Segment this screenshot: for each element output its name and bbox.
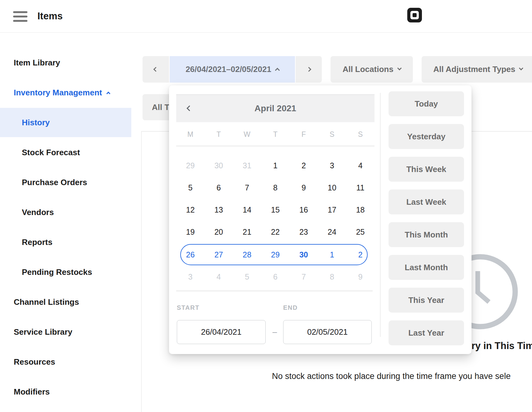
calendar-day[interactable]: 30 bbox=[205, 159, 233, 172]
square-logo-icon bbox=[407, 8, 422, 22]
chevron-down-icon bbox=[397, 66, 402, 70]
calendar-day[interactable]: 19 bbox=[176, 226, 205, 238]
calendar-week-row: 3456789 bbox=[176, 271, 375, 283]
calendar-day[interactable]: 10 bbox=[318, 181, 346, 194]
sidebar-item-resources[interactable]: Resources bbox=[0, 347, 131, 376]
sidebar-item-reports[interactable]: Reports bbox=[0, 228, 131, 257]
sidebar-item-purchase-orders[interactable]: Purchase Orders bbox=[0, 168, 131, 197]
date-range-button[interactable]: 26/04/2021–02/05/2021 bbox=[170, 56, 295, 83]
sidebar-item-pending-restocks[interactable]: Pending Restocks bbox=[0, 257, 131, 287]
weekday-header-row: MTWTFSS bbox=[176, 128, 375, 141]
sidebar-item-label: Stock Forecast bbox=[22, 148, 80, 157]
calendar-day[interactable]: 13 bbox=[205, 204, 233, 216]
page-title: Items bbox=[37, 0, 63, 33]
preset-this-week-button[interactable]: This Week bbox=[389, 157, 464, 182]
hamburger-menu-icon[interactable] bbox=[13, 11, 27, 22]
weekday-label: F bbox=[289, 128, 318, 141]
preset-this-month-button[interactable]: This Month bbox=[389, 222, 464, 247]
month-title: April 2021 bbox=[176, 94, 375, 122]
weekday-label: T bbox=[261, 128, 290, 141]
sidebar-item-label: Item Library bbox=[14, 58, 60, 68]
sidebar-item-label: Inventory Management bbox=[14, 88, 102, 98]
sidebar-item-channel-listings[interactable]: Channel Listings bbox=[0, 287, 131, 317]
calendar-day[interactable]: 29 bbox=[176, 159, 205, 172]
calendar-day[interactable]: 15 bbox=[261, 204, 290, 216]
end-field-label: END bbox=[283, 304, 298, 311]
sidebar-item-inventory-management[interactable]: Inventory Management bbox=[0, 78, 131, 107]
calendar-day[interactable]: 14 bbox=[233, 204, 261, 216]
sidebar-item-modifiers[interactable]: Modifiers bbox=[0, 377, 131, 406]
calendar-day[interactable]: 2 bbox=[289, 159, 318, 172]
calendar-week-row: 19202122232425 bbox=[176, 226, 375, 238]
sidebar-item-label: Channel Listings bbox=[14, 297, 79, 307]
adjustment-types-filter-button[interactable]: All Adjustment Types bbox=[422, 56, 532, 83]
adjustment-types-filter-label: All Adjustment Types bbox=[433, 65, 515, 74]
calendar-day[interactable]: 12 bbox=[176, 204, 205, 216]
start-date-input[interactable] bbox=[177, 320, 266, 344]
sidebar-item-stock-forecast[interactable]: Stock Forecast bbox=[0, 138, 131, 167]
preset-label: This Year bbox=[408, 295, 444, 305]
preset-last-week-button[interactable]: Last Week bbox=[389, 189, 464, 214]
calendar-day[interactable]: 8 bbox=[318, 271, 346, 283]
preset-label: Yesterday bbox=[407, 132, 446, 141]
calendar-day[interactable]: 6 bbox=[261, 271, 290, 283]
chevron-left-icon bbox=[153, 67, 158, 72]
calendar-day[interactable]: 18 bbox=[346, 204, 375, 216]
calendar-day[interactable]: 7 bbox=[233, 181, 261, 194]
sidebar-item-label: Purchase Orders bbox=[22, 178, 87, 187]
calendar-day[interactable]: 3 bbox=[176, 271, 205, 283]
calendar-day[interactable]: 20 bbox=[205, 226, 233, 238]
calendar-day[interactable]: 22 bbox=[261, 226, 290, 238]
sidebar-divider bbox=[141, 131, 142, 412]
calendar-day[interactable]: 5 bbox=[176, 181, 205, 194]
sidebar-item-item-library[interactable]: Item Library bbox=[0, 48, 131, 77]
calendar-day[interactable]: 1 bbox=[261, 159, 290, 172]
calendar-day[interactable]: 11 bbox=[346, 181, 375, 194]
preset-label: This Week bbox=[406, 165, 446, 174]
calendar-day[interactable]: 17 bbox=[318, 204, 346, 216]
calendar-day[interactable]: 9 bbox=[289, 181, 318, 194]
sidebar-item-label: Reports bbox=[22, 237, 52, 247]
previous-period-button[interactable] bbox=[143, 56, 169, 83]
date-range-segmented-control: 26/04/2021–02/05/2021 bbox=[143, 56, 322, 83]
locations-filter-button[interactable]: All Locations bbox=[331, 56, 413, 83]
preset-label: Today bbox=[415, 99, 438, 109]
calendar-day[interactable]: 4 bbox=[346, 159, 375, 172]
end-date-input[interactable] bbox=[283, 320, 372, 344]
sidebar-item-history[interactable]: History bbox=[0, 108, 131, 137]
preset-label: Last Month bbox=[405, 263, 448, 272]
preset-label: This Month bbox=[405, 230, 448, 240]
locations-filter-label: All Locations bbox=[342, 65, 393, 74]
calendar-day[interactable]: 21 bbox=[233, 226, 261, 238]
sidebar-item-label: Pending Restocks bbox=[22, 267, 92, 277]
calendar-day[interactable]: 24 bbox=[318, 226, 346, 238]
calendar-day[interactable]: 7 bbox=[289, 271, 318, 283]
calendar-day[interactable]: 16 bbox=[289, 204, 318, 216]
sidebar-item-vendors[interactable]: Vendors bbox=[0, 198, 131, 227]
calendar-day[interactable]: 25 bbox=[346, 226, 375, 238]
popover-vertical-divider bbox=[380, 93, 380, 337]
calendar-day[interactable]: 8 bbox=[261, 181, 290, 194]
calendar-day[interactable]: 4 bbox=[205, 271, 233, 283]
calendar-day[interactable]: 6 bbox=[205, 181, 233, 194]
calendar-day[interactable]: 23 bbox=[289, 226, 318, 238]
sidebar-item-label: History bbox=[22, 118, 50, 127]
calendar-day[interactable]: 5 bbox=[233, 271, 261, 283]
empty-state-message-fragment: No stock actions took place during the t… bbox=[272, 371, 510, 381]
range-dash: – bbox=[270, 320, 279, 344]
preset-yesterday-button[interactable]: Yesterday bbox=[389, 124, 464, 149]
calendar-day[interactable]: 9 bbox=[346, 271, 375, 283]
sidebar-item-service-library[interactable]: Service Library bbox=[0, 317, 131, 347]
preset-this-year-button[interactable]: This Year bbox=[389, 288, 464, 313]
empty-state-heading-fragment: ry in This Tim bbox=[472, 340, 532, 352]
calendar-week-row: 2930311234 bbox=[176, 159, 375, 172]
preset-last-month-button[interactable]: Last Month bbox=[389, 255, 464, 280]
calendar-day[interactable]: 3 bbox=[318, 159, 346, 172]
next-period-button[interactable] bbox=[296, 56, 322, 83]
sidebar-item-label: Vendors bbox=[22, 208, 54, 217]
calendar-day[interactable]: 31 bbox=[233, 159, 261, 172]
preset-today-button[interactable]: Today bbox=[389, 91, 464, 116]
preset-last-year-button[interactable]: Last Year bbox=[389, 320, 464, 345]
weekday-label: M bbox=[176, 128, 205, 141]
sidebar-item-label: Modifiers bbox=[14, 387, 50, 397]
